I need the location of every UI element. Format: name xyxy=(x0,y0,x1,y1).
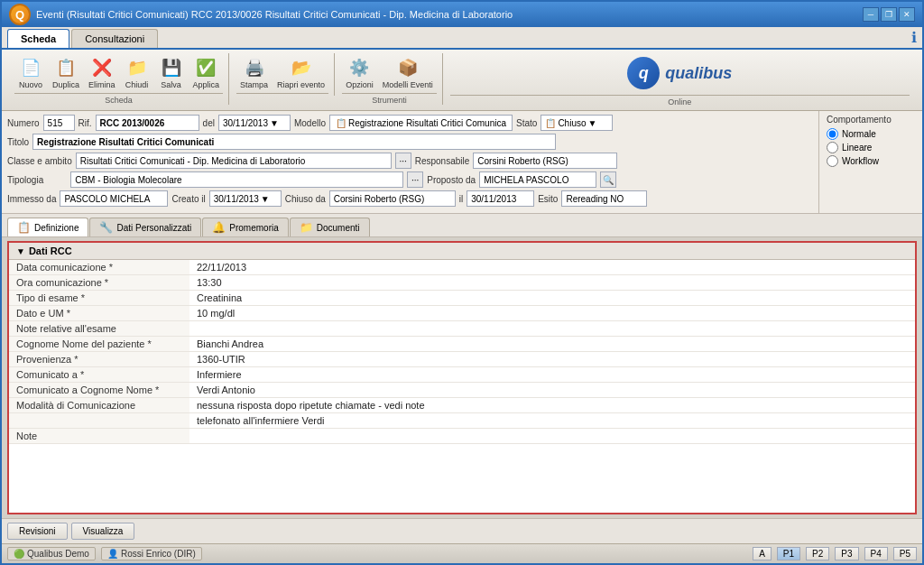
section-header-dati-rcc: ▼ Dati RCC xyxy=(9,243,915,260)
close-button[interactable]: ✕ xyxy=(899,7,915,22)
modello-icon: 📋 xyxy=(336,118,346,128)
form-row-titolo: Titolo xyxy=(7,134,813,150)
sub-tab-documenti[interactable]: 📁 Documenti xyxy=(290,218,370,236)
chiudi-icon: 📁 xyxy=(125,55,150,80)
tipologia-ellipsis-button[interactable]: ··· xyxy=(407,171,423,188)
proposto-label: Proposto da xyxy=(427,175,476,185)
nuovo-label: Nuovo xyxy=(19,80,42,89)
toolbar-riapri[interactable]: 📂 Riapri evento xyxy=(273,53,328,91)
radio-normale-label: Normale xyxy=(842,129,876,139)
modello-button[interactable]: 📋 Registrazione Risultati Critici Comuni… xyxy=(329,115,513,131)
field-label-6: Provenienza * xyxy=(9,352,189,367)
sub-tab-promemoria[interactable]: 🔔 Promemoria xyxy=(202,218,288,236)
page-p1-button[interactable]: P1 xyxy=(777,547,800,560)
radio-normale[interactable]: Normale xyxy=(827,128,915,140)
creato-arrow: ▼ xyxy=(261,194,270,204)
immesso-input[interactable] xyxy=(60,190,168,207)
behavior-panel: Comportamento Normale Lineare Workflow xyxy=(818,111,922,213)
page-p5-button[interactable]: P5 xyxy=(893,547,917,560)
main-tabs: Scheda Consultazioni ℹ xyxy=(2,27,922,50)
user-label: Rossi Enrico (DIR) xyxy=(121,549,196,559)
toolbar-group-strumenti: ⚙️ Opzioni 📦 Modelli Eventi Strumenti xyxy=(337,53,443,105)
bottom-bar: Revisioni Visualizza xyxy=(2,518,922,543)
sub-tab-definizione[interactable]: 📋 Definizione xyxy=(7,218,88,236)
responsabile-input[interactable] xyxy=(473,153,617,169)
proposto-input[interactable] xyxy=(479,171,596,188)
letter-button[interactable]: A xyxy=(753,547,772,560)
table-row: Note relative all'esame xyxy=(9,321,915,337)
revisioni-button[interactable]: Revisioni xyxy=(7,523,68,540)
visualizza-button[interactable]: Visualizza xyxy=(71,523,135,540)
minimize-button[interactable]: ─ xyxy=(863,7,879,22)
page-p2-button[interactable]: P2 xyxy=(806,547,829,560)
stampa-label: Stampa xyxy=(240,80,268,89)
table-row: Provenienza * 1360-UTIR xyxy=(9,352,915,367)
radio-lineare-label: Lineare xyxy=(842,143,872,153)
toolbar-applica[interactable]: ✅ Applica xyxy=(189,53,224,91)
esito-input[interactable] xyxy=(561,190,647,207)
radio-lineare-input[interactable] xyxy=(827,142,838,153)
proposto-search-button[interactable]: 🔍 xyxy=(600,171,616,188)
radio-workflow[interactable]: Workflow xyxy=(827,155,915,167)
stampa-icon: 🖨️ xyxy=(242,55,267,80)
toolbar-duplica[interactable]: 📋 Duplica xyxy=(49,53,83,91)
classe-input[interactable] xyxy=(76,153,392,169)
sub-tab-dati-personalizzati[interactable]: 🔧 Dati Personalizzati xyxy=(89,218,201,236)
field-value-0: 22/11/2013 xyxy=(189,260,915,275)
field-value-11 xyxy=(189,429,915,444)
creato-value: 30/11/2013 xyxy=(214,194,259,204)
behavior-title: Comportamento xyxy=(827,115,915,125)
table-row: Modalità di Comunicazione nessuna rispos… xyxy=(9,398,915,413)
section-title: Dati RCC xyxy=(29,245,72,256)
strumenti-group-label: Strumenti xyxy=(342,93,437,105)
toolbar-chiudi[interactable]: 📁 Chiudi xyxy=(121,53,153,91)
numero-input[interactable] xyxy=(43,115,75,131)
del-dropdown[interactable]: 30/11/2013 ▼ xyxy=(218,115,291,131)
riapri-label: Riapri evento xyxy=(277,80,325,89)
toolbar-group-online: q qualibus Online xyxy=(445,53,915,107)
toolbar-stampa[interactable]: 🖨️ Stampa xyxy=(236,53,272,91)
toolbar-group-scheda: 📄 Nuovo 📋 Duplica ❌ Elimina 📁 Chiudi xyxy=(9,53,229,105)
tab-consultazioni[interactable]: Consultazioni xyxy=(71,29,158,48)
scheda-group-label: Scheda xyxy=(14,93,223,105)
classe-ellipsis-button[interactable]: ··· xyxy=(395,153,411,169)
modello-label: Modello xyxy=(294,118,326,128)
help-icon[interactable]: ℹ xyxy=(911,29,917,46)
chiuso-input[interactable] xyxy=(329,190,456,207)
titolo-input[interactable] xyxy=(32,134,556,150)
restore-button[interactable]: ❐ xyxy=(881,7,897,22)
rif-input[interactable] xyxy=(96,115,199,131)
stato-dropdown[interactable]: 📋 Chiuso ▼ xyxy=(541,115,613,131)
field-label-9: Modalità di Comunicazione xyxy=(9,398,189,413)
window-title: Eventi (Risultati Critici Comunicati) RC… xyxy=(36,9,513,20)
qualibus-logo-area: q qualibus xyxy=(613,53,746,93)
definizione-label: Definizione xyxy=(34,223,79,233)
tipologia-label: Tipologia xyxy=(7,175,43,185)
radio-normale-input[interactable] xyxy=(827,128,838,140)
elimina-label: Elimina xyxy=(88,80,116,89)
radio-lineare[interactable]: Lineare xyxy=(827,142,915,153)
immesso-label: Immesso da xyxy=(7,194,56,204)
modelli-icon: 📦 xyxy=(395,55,420,80)
stampa-group-label xyxy=(236,93,328,96)
radio-workflow-input[interactable] xyxy=(827,155,838,167)
documenti-icon: 📁 xyxy=(300,221,313,234)
toolbar-salva[interactable]: 💾 Salva xyxy=(155,53,188,91)
field-value-7: Infermiere xyxy=(189,367,915,383)
applica-icon: ✅ xyxy=(193,55,218,80)
creato-dropdown[interactable]: 30/11/2013 ▼ xyxy=(209,190,282,207)
toolbar-elimina[interactable]: ❌ Elimina xyxy=(85,53,119,91)
page-p3-button[interactable]: P3 xyxy=(835,547,858,560)
page-p4-button[interactable]: P4 xyxy=(864,547,888,560)
section-toggle[interactable]: ▼ xyxy=(16,246,25,256)
field-value-3: 10 mg/dl xyxy=(189,306,915,321)
toolbar-opzioni[interactable]: ⚙️ Opzioni xyxy=(342,53,377,91)
il-input[interactable] xyxy=(467,190,534,207)
toolbar-nuovo[interactable]: 📄 Nuovo xyxy=(14,53,47,91)
tipologia-input[interactable] xyxy=(70,171,403,188)
field-value-10: telefonato all'infermiere Verdi xyxy=(189,413,915,429)
salva-icon: 💾 xyxy=(159,55,184,80)
main-content: ▼ Dati RCC Data comunicazione * 22/11/20… xyxy=(7,241,917,514)
toolbar-modelli[interactable]: 📦 Modelli Eventi xyxy=(379,53,437,91)
tab-scheda[interactable]: Scheda xyxy=(7,29,69,48)
